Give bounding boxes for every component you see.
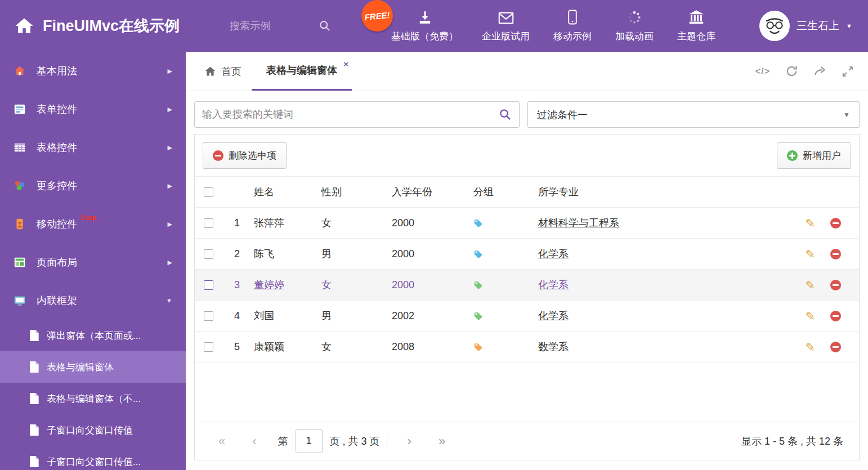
close-icon[interactable]: ×: [343, 59, 348, 69]
edit-icon[interactable]: ✎: [805, 248, 815, 260]
row-checkbox[interactable]: [204, 249, 213, 259]
search-icon[interactable]: [319, 20, 331, 32]
sidebar-item-mobile-controls[interactable]: 移动控件 Corp. ▶: [0, 205, 186, 243]
top-nav: FREE! 基础版（免费） 企业版试用 移动示例 加载动画: [379, 0, 727, 52]
nav-theme-repo[interactable]: 主题仓库: [665, 0, 727, 52]
sidebar-subitem-grid-edit-window-2[interactable]: 表格与编辑窗体（不...: [0, 383, 186, 414]
major-link[interactable]: 化学系: [538, 279, 569, 290]
column-group[interactable]: 分组: [473, 185, 538, 199]
home-icon: [204, 65, 216, 77]
table-row[interactable]: 1 张萍萍 女 2000 材料科学与工程系 ✎: [195, 208, 859, 239]
column-year[interactable]: 入学年份: [392, 185, 473, 199]
keyword-search-input[interactable]: [202, 109, 499, 120]
tab-home[interactable]: 首页: [194, 52, 252, 91]
filter-dropdown[interactable]: 过滤条件一 ▼: [527, 101, 860, 128]
nav-mobile-demo[interactable]: 移动示例: [542, 0, 603, 52]
sidebar-item-page-layout[interactable]: 页面布局 ▶: [0, 243, 186, 281]
file-icon: [29, 456, 39, 467]
sidebar-subitem-popup-window[interactable]: 弹出窗体（本页面或...: [0, 320, 186, 351]
pagination-bar: « ‹ 第 页 , 共 3 页 › » 显示 1 - 5 条 , 共 12 条: [195, 422, 859, 460]
edit-icon[interactable]: ✎: [805, 341, 815, 353]
next-page-icon[interactable]: ›: [394, 435, 425, 447]
brand: FineUIMvc在线示例: [0, 16, 230, 36]
sidebar-item-label: 更多控件: [37, 179, 77, 193]
sidebar-item-form-controls[interactable]: 表单控件 ▶: [0, 90, 186, 128]
chevron-right-icon: ▶: [168, 144, 172, 151]
tab-label: 首页: [221, 65, 241, 78]
refresh-icon[interactable]: [785, 65, 798, 78]
major-link[interactable]: 数学系: [538, 341, 569, 352]
bank-icon: [688, 10, 704, 25]
sidebar-item-label: 表格控件: [37, 141, 77, 154]
file-icon: [29, 330, 39, 341]
edit-icon[interactable]: ✎: [805, 217, 815, 229]
sidebar-item-more-controls[interactable]: 更多控件 ▶: [0, 167, 186, 205]
last-page-icon[interactable]: »: [425, 435, 459, 447]
sidebar-item-basic-usage[interactable]: 基本用法 ▶: [0, 52, 186, 90]
search-icon[interactable]: [499, 108, 512, 121]
delete-icon[interactable]: [830, 342, 841, 352]
layout-icon: [14, 256, 28, 268]
expand-icon[interactable]: [842, 65, 854, 78]
column-name[interactable]: 姓名: [254, 185, 321, 199]
cell-year: 2008: [392, 341, 473, 353]
select-all-checkbox[interactable]: [204, 187, 213, 197]
delete-icon[interactable]: [830, 218, 841, 229]
top-search-input[interactable]: [230, 20, 319, 32]
major-link[interactable]: 化学系: [538, 248, 569, 259]
row-checkbox[interactable]: [204, 311, 213, 321]
table-row[interactable]: 2 陈飞 男 2000 化学系 ✎: [195, 239, 859, 270]
row-index: 4: [220, 310, 254, 322]
row-checkbox[interactable]: [204, 342, 213, 352]
row-index: 1: [220, 217, 254, 229]
sidebar-subitem-grid-edit-window[interactable]: 表格与编辑窗体: [0, 351, 186, 383]
sidebar-item-label: 内联框架: [37, 294, 77, 307]
add-user-button[interactable]: 新增用户: [777, 142, 851, 169]
major-link[interactable]: 材料科学与工程系: [538, 217, 619, 229]
source-code-icon[interactable]: </>: [755, 66, 770, 77]
major-link[interactable]: 化学系: [538, 310, 569, 321]
tab-label: 表格与编辑窗体: [266, 64, 337, 77]
page-number-input[interactable]: [296, 429, 323, 453]
nav-enterprise-trial[interactable]: 企业版试用: [470, 0, 542, 52]
nav-basic-edition[interactable]: FREE! 基础版（免费）: [379, 0, 470, 52]
avatar: [759, 11, 790, 41]
column-gender[interactable]: 性别: [321, 185, 392, 199]
tab-tools: </>: [755, 52, 860, 91]
more-icon: [14, 180, 28, 192]
filter-dropdown-value: 过滤条件一: [537, 108, 588, 122]
table-row[interactable]: 5 康颖颖 女 2008 数学系 ✎: [195, 332, 859, 362]
share-icon[interactable]: [813, 65, 826, 78]
table-row[interactable]: 4 刘国 男 2002 化学系 ✎: [195, 301, 859, 332]
sidebar-subitem-child-to-parent-2[interactable]: 子窗口向父窗口传值...: [0, 446, 186, 470]
tag-icon: [473, 218, 483, 228]
row-checkbox[interactable]: [204, 280, 213, 290]
row-index: 2: [220, 248, 254, 260]
edit-icon[interactable]: ✎: [805, 310, 815, 322]
sidebar-item-grid-controls[interactable]: 表格控件 ▶: [0, 128, 186, 167]
user-menu[interactable]: 三生石上 ▼: [759, 11, 868, 41]
edit-icon[interactable]: ✎: [805, 279, 815, 291]
sidebar-item-iframe[interactable]: 内联框架 ▼: [0, 281, 186, 320]
record-summary: 显示 1 - 5 条 , 共 12 条: [741, 435, 849, 448]
tab-grid-edit-window[interactable]: 表格与编辑窗体 ×: [252, 52, 352, 91]
sidebar-subitem-child-to-parent[interactable]: 子窗口向父窗口传值: [0, 414, 186, 446]
row-checkbox[interactable]: [204, 218, 213, 228]
nav-loading-animations[interactable]: 加载动画: [603, 0, 665, 52]
filter-row: 过滤条件一 ▼: [194, 101, 860, 128]
delete-selected-button[interactable]: 删除选中项: [203, 142, 287, 169]
delete-icon[interactable]: [830, 311, 841, 321]
delete-icon[interactable]: [830, 249, 841, 259]
page-prefix: 第: [278, 435, 288, 448]
column-major[interactable]: 所学专业: [538, 185, 786, 199]
chevron-right-icon: ▶: [168, 106, 172, 113]
home-icon: [14, 65, 28, 77]
tag-icon: [473, 249, 483, 259]
chevron-right-icon: ▶: [168, 221, 172, 228]
table-row[interactable]: 3 董婷婷 女 2000 化学系 ✎: [195, 270, 859, 301]
delete-icon[interactable]: [830, 280, 841, 290]
table-header-row: 姓名 性别 入学年份 分组 所学专业: [195, 177, 859, 208]
first-page-icon[interactable]: «: [205, 435, 239, 447]
prev-page-icon[interactable]: ‹: [239, 435, 270, 447]
cell-gender: 男: [321, 247, 392, 261]
